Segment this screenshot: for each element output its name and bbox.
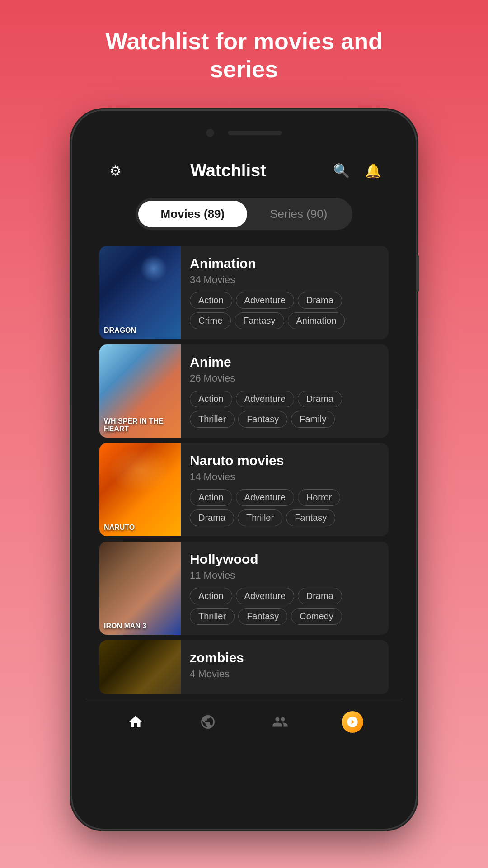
phone-frame: ⚙ Watchlist 🔍 🔔 Movies (89) Series (90) … [72, 111, 416, 829]
movie-info: Anime 26 Movies Action Adventure Drama T… [181, 344, 389, 438]
phone-screen: ⚙ Watchlist 🔍 🔔 Movies (89) Series (90) … [86, 146, 402, 815]
genre-tag[interactable]: Fantasy [235, 312, 284, 329]
notifications-button[interactable]: 🔔 [361, 160, 384, 182]
genre-tag[interactable]: Thriller [238, 509, 282, 526]
genre-tag[interactable]: Adventure [236, 292, 294, 309]
list-item[interactable]: LEGEND zombies 4 Movies [99, 640, 389, 694]
camera-dot [206, 129, 214, 137]
list-item[interactable]: NARUTO Naruto movies 14 Movies Action Ad… [99, 443, 389, 536]
genre-tag[interactable]: Thriller [190, 608, 235, 625]
genre-tag[interactable]: Animation [288, 312, 345, 329]
genre-tag[interactable]: Action [190, 391, 232, 407]
nav-profile[interactable] [334, 708, 371, 736]
movie-info: zombies 4 Movies [181, 640, 389, 694]
speaker-bar [228, 131, 282, 135]
movie-poster-hollywood: IRON MAN 3 [99, 542, 181, 635]
movie-poster-animation: DRAGON [99, 246, 181, 339]
genre-tag[interactable]: Adventure [236, 588, 294, 604]
genre-tag[interactable]: Action [190, 588, 232, 604]
genre-tags: Action Adventure Horror Drama Thriller F… [190, 489, 380, 526]
poster-label: IRON MAN 3 [104, 622, 146, 630]
movie-info: Hollywood 11 Movies Action Adventure Dra… [181, 542, 389, 635]
movie-poster-zombies: LEGEND [99, 640, 181, 694]
genre-tag[interactable]: Comedy [291, 608, 342, 625]
movie-info: Animation 34 Movies Action Adventure Dra… [181, 246, 389, 339]
bottom-nav [86, 699, 402, 745]
genre-tags: Action Adventure Drama Thriller Fantasy … [190, 391, 380, 428]
tab-movies[interactable]: Movies (89) [138, 201, 248, 227]
page-title: Watchlist for movies andseries [69, 27, 419, 84]
tabs-container: Movies (89) Series (90) [86, 191, 402, 241]
genre-tag[interactable]: Fantasy [238, 608, 287, 625]
header-actions: 🔍 🔔 [330, 160, 384, 182]
app-header: ⚙ Watchlist 🔍 🔔 [86, 146, 402, 191]
genre-tag[interactable]: Family [291, 411, 335, 428]
movie-count: 26 Movies [190, 373, 380, 384]
phone-top [86, 124, 402, 146]
genre-tag[interactable]: Fantasy [286, 509, 335, 526]
movie-count: 11 Movies [190, 570, 380, 581]
movie-poster-anime: WHISPER IN THE HEART [99, 344, 181, 438]
avatar [342, 711, 363, 733]
genre-tag[interactable]: Drama [298, 292, 342, 309]
genre-tag[interactable]: Drama [298, 391, 342, 407]
movie-title: zombies [190, 650, 380, 665]
genre-tag[interactable]: Drama [298, 588, 342, 604]
movie-count: 14 Movies [190, 471, 380, 483]
poster-label: DRAGON [104, 326, 136, 335]
movie-title: Animation [190, 256, 380, 271]
genre-tags: Action Adventure Drama Crime Fantasy Ani… [190, 292, 380, 329]
genre-tags: Action Adventure Drama Thriller Fantasy … [190, 588, 380, 625]
tab-series[interactable]: Series (90) [247, 201, 350, 227]
tab-group: Movies (89) Series (90) [136, 198, 353, 230]
genre-tag[interactable]: Adventure [236, 489, 294, 506]
genre-tag[interactable]: Adventure [236, 391, 294, 407]
genre-tag[interactable]: Crime [190, 312, 231, 329]
movie-title: Naruto movies [190, 453, 380, 468]
poster-label: WHISPER IN THE HEART [104, 417, 181, 433]
nav-friends[interactable] [262, 708, 298, 736]
movie-poster-naruto: NARUTO [99, 443, 181, 536]
header-title: Watchlist [190, 161, 266, 180]
poster-label: NARUTO [104, 524, 135, 532]
watchlist: DRAGON Animation 34 Movies Action Advent… [86, 241, 402, 699]
list-item[interactable]: IRON MAN 3 Hollywood 11 Movies Action Ad… [99, 542, 389, 635]
settings-button[interactable]: ⚙ [104, 160, 127, 182]
nav-explore[interactable] [190, 708, 226, 736]
list-item[interactable]: DRAGON Animation 34 Movies Action Advent… [99, 246, 389, 339]
genre-tag[interactable]: Action [190, 489, 232, 506]
search-button[interactable]: 🔍 [330, 160, 352, 182]
genre-tag[interactable]: Horror [298, 489, 341, 506]
list-item[interactable]: WHISPER IN THE HEART Anime 26 Movies Act… [99, 344, 389, 438]
genre-tag[interactable]: Fantasy [238, 411, 287, 428]
genre-tag[interactable]: Drama [190, 509, 234, 526]
genre-tag[interactable]: Thriller [190, 411, 235, 428]
movie-count: 4 Movies [190, 668, 380, 680]
movie-count: 34 Movies [190, 274, 380, 286]
genre-tag[interactable]: Action [190, 292, 232, 309]
nav-home[interactable] [117, 708, 154, 736]
movie-title: Anime [190, 354, 380, 370]
movie-info: Naruto movies 14 Movies Action Adventure… [181, 443, 389, 536]
movie-title: Hollywood [190, 552, 380, 567]
